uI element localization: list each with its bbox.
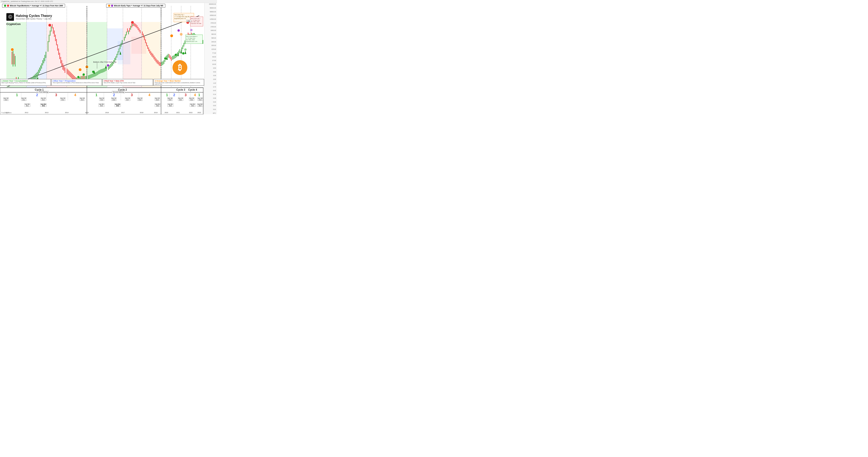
svg-text:Bottom After First Early Top: Bottom After First Early Top xyxy=(93,61,116,63)
svg-text:2014: 2014 xyxy=(65,111,69,113)
svg-rect-61 xyxy=(60,57,61,63)
svg-rect-71 xyxy=(72,74,73,79)
svg-point-199 xyxy=(184,48,187,51)
svg-text:Nov 28th, 2026: Nov 28th, 2026 xyxy=(186,39,195,40)
svg-rect-40 xyxy=(37,72,38,77)
svg-rect-153 xyxy=(164,60,164,64)
svg-rect-131 xyxy=(139,28,140,32)
svg-text:2022: 2022 xyxy=(189,111,193,113)
svg-rect-39 xyxy=(36,73,37,78)
svg-text:2023: 2023 xyxy=(197,111,201,113)
svg-rect-23 xyxy=(12,52,12,64)
svg-rect-63 xyxy=(63,63,63,70)
svg-rect-58 xyxy=(57,44,58,51)
anno-blue-year: 2 Blue Year = Preparation Time Spent Aro… xyxy=(51,79,102,86)
svg-rect-116 xyxy=(122,40,123,44)
svg-rect-26 xyxy=(15,56,16,66)
svg-rect-119 xyxy=(126,32,127,35)
svg-rect-24 xyxy=(13,50,13,66)
svg-rect-57 xyxy=(56,39,57,45)
svg-point-201 xyxy=(131,21,134,24)
anno-red-year: 3 Red Year = New ATH New ATHs Made | Cyc… xyxy=(102,79,153,86)
svg-rect-90 xyxy=(93,73,94,77)
svg-rect-86 xyxy=(89,75,90,79)
svg-rect-67 xyxy=(68,70,68,75)
svg-rect-120 xyxy=(127,28,128,32)
svg-rect-66 xyxy=(67,69,67,74)
svg-rect-148 xyxy=(158,61,158,64)
svg-rect-43 xyxy=(40,65,41,71)
svg-rect-94 xyxy=(97,71,98,75)
price-axis: 260000.00 96000.00 58500.00 20500.00 125… xyxy=(204,3,217,115)
svg-rect-134 xyxy=(143,34,144,37)
svg-point-206 xyxy=(170,34,173,37)
svg-rect-132 xyxy=(140,30,141,33)
svg-rect-3 xyxy=(46,22,67,88)
svg-rect-98 xyxy=(102,69,102,73)
svg-rect-114 xyxy=(120,45,120,49)
svg-rect-121 xyxy=(128,31,129,34)
svg-rect-151 xyxy=(161,62,162,66)
chart-area: Bottom After First Early Top Next Early … xyxy=(0,3,204,115)
svg-text:4: 4 xyxy=(74,93,76,97)
svg-rect-55 xyxy=(54,31,55,37)
svg-text:2021: 2021 xyxy=(176,111,180,113)
svg-point-203 xyxy=(11,48,14,51)
orange-dot xyxy=(108,5,110,7)
svg-text:1: 1 xyxy=(166,93,168,97)
svg-rect-100 xyxy=(104,68,104,72)
svg-text:4: 4 xyxy=(194,93,196,97)
title-block: Ⓒ Halving Cycles Theory (November 28th C… xyxy=(6,13,52,21)
svg-rect-129 xyxy=(137,25,137,28)
svg-rect-171 xyxy=(184,43,184,46)
svg-rect-96 xyxy=(100,70,100,74)
svg-rect-45 xyxy=(42,60,43,65)
svg-rect-69 xyxy=(70,72,70,77)
svg-text:Expected price: 42: Expected price: 42 xyxy=(175,18,186,20)
svg-rect-10 xyxy=(131,37,146,54)
svg-rect-47 xyxy=(44,55,45,61)
svg-rect-112 xyxy=(118,51,118,55)
svg-rect-42 xyxy=(39,68,40,73)
svg-rect-168 xyxy=(180,49,180,53)
svg-text:2012: 2012 xyxy=(25,111,28,113)
svg-rect-48 xyxy=(45,52,46,58)
svg-rect-130 xyxy=(138,27,138,30)
svg-text:Expected price: 27k: Expected price: 27k xyxy=(186,41,197,42)
legend-early-tops: Bitcoin Early Tops = Average +/- 21 Days… xyxy=(106,4,165,8)
svg-rect-85 xyxy=(88,75,89,79)
svg-rect-88 xyxy=(91,74,92,78)
svg-point-210 xyxy=(177,29,180,32)
svg-rect-167 xyxy=(179,51,179,55)
anno-green-subtitle: Best Cycle Buying Prices | Return to Med… xyxy=(1,82,50,84)
svg-rect-46 xyxy=(43,58,44,63)
svg-rect-60 xyxy=(59,53,60,59)
svg-text:2: 2 xyxy=(113,93,115,97)
svg-rect-122 xyxy=(129,28,130,32)
anno-orange-title: 4 Orange Year = Bear Market xyxy=(155,80,203,82)
svg-rect-152 xyxy=(162,61,163,65)
svg-rect-136 xyxy=(145,39,146,43)
svg-rect-118 xyxy=(125,34,126,38)
svg-text:1: 1 xyxy=(16,93,18,97)
svg-rect-169 xyxy=(181,47,182,51)
svg-text:+/- 21 days from: +/- 21 days from xyxy=(191,20,200,21)
svg-rect-135 xyxy=(144,36,145,40)
svg-text:4: 4 xyxy=(149,93,151,97)
svg-text:Next Cycle Top ≈: Next Cycle Top ≈ xyxy=(191,18,200,19)
anno-orange-subtitle: Price becomes undervalued and enters a d… xyxy=(155,82,203,85)
svg-text:3: 3 xyxy=(185,93,187,97)
svg-point-198 xyxy=(182,52,185,55)
svg-rect-146 xyxy=(156,59,156,62)
svg-rect-161 xyxy=(172,56,173,60)
svg-text:138k: 138k xyxy=(187,20,190,22)
red-dot xyxy=(7,5,9,7)
svg-rect-160 xyxy=(171,57,172,61)
legend-tops-bottoms: Bitcoin Tops/Bottoms = Average +/- 21 Da… xyxy=(2,4,65,8)
svg-rect-87 xyxy=(90,74,91,78)
svg-rect-172 xyxy=(185,40,185,44)
svg-rect-64 xyxy=(64,65,64,71)
btc-symbol: ₿ xyxy=(178,63,182,72)
svg-text:Cycle 3: Cycle 3 xyxy=(176,88,185,91)
svg-rect-92 xyxy=(95,72,96,76)
